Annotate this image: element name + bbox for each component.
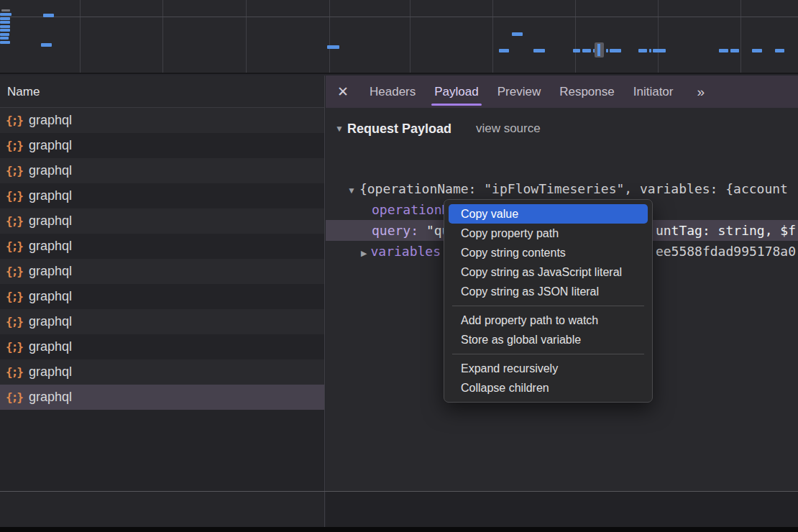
column-header-name[interactable]: Name [0,75,324,108]
request-bar [730,49,739,52]
request-label: graphql [29,188,72,203]
request-row[interactable]: {;}graphql [0,334,324,359]
request-row[interactable]: {;}graphql [0,385,324,410]
request-bar [0,41,10,44]
footer-left-area [0,492,325,527]
request-bar [573,49,580,52]
gridline [80,0,81,73]
request-label: graphql [29,239,72,254]
view-source-link[interactable]: view source [476,121,541,136]
request-bar [499,49,509,52]
gridline [575,0,576,73]
request-bar [0,37,9,40]
network-overview-timeline[interactable] [0,0,798,74]
menu-item-expand-recursively[interactable]: Expand recursively [449,359,648,378]
request-bar [775,49,784,52]
tab-initiator[interactable]: Initiator [624,75,683,108]
request-label: graphql [29,214,72,229]
request-label: graphql [29,138,72,153]
section-disclosure-caret[interactable]: ▼ [335,124,344,134]
request-payload-section: ▼ Request Payload view source [326,118,798,139]
close-icon[interactable]: ✕ [326,83,360,100]
property-key: variables [370,244,441,259]
property-value-right: untTag: string, $f [656,220,796,241]
braces-icon: {;} [6,114,22,127]
menu-separator [452,306,644,306]
request-row[interactable]: {;}graphql [0,133,324,158]
menu-item-copy-string-as-json-literal[interactable]: Copy string as JSON literal [449,282,648,301]
request-row[interactable]: {;}graphql [0,158,324,183]
request-bar [606,49,608,52]
request-bar [653,49,666,52]
request-bar [0,17,10,20]
marker-tick [597,44,600,56]
request-bar [533,49,545,52]
detail-tab-bar: ✕ HeadersPayloadPreviewResponseInitiator… [326,75,798,108]
gridline [740,0,741,73]
window-bottom-edge [0,527,798,532]
braces-icon: {;} [6,239,22,253]
menu-item-copy-value[interactable]: Copy value [449,204,648,224]
gridline [492,0,493,73]
request-bar [0,33,9,36]
tab-preview[interactable]: Preview [488,75,550,108]
request-bar [649,49,651,52]
variables-disclosure-caret[interactable]: ▶ [361,249,367,257]
overview-selection-marker [595,42,604,58]
menu-item-collapse-children[interactable]: Collapse children [449,378,648,398]
braces-icon: {;} [6,390,22,404]
request-row[interactable]: {;}graphql [0,309,324,334]
request-bar [582,49,591,52]
request-bar [719,49,728,52]
gridline [246,0,247,73]
request-bar [41,43,52,47]
summary-disclosure-caret[interactable]: ▼ [347,185,356,196]
property-key: query: [372,223,418,238]
request-bar [752,49,762,52]
request-bar [327,45,339,49]
menu-item-copy-property-path[interactable]: Copy property path [449,224,648,243]
request-row[interactable]: {;}graphql [0,183,324,208]
gridline [658,0,659,73]
request-bar [0,25,10,28]
gridline [410,0,411,73]
request-row[interactable]: {;}graphql [0,259,324,284]
request-row[interactable]: {;}graphql [0,234,324,259]
braces-icon: {;} [6,139,22,152]
request-bar [0,21,10,24]
tab-strip: HeadersPayloadPreviewResponseInitiator [360,75,682,108]
menu-item-add-property-path-to-watch[interactable]: Add property path to watch [449,311,648,330]
request-bar-gray [1,9,10,12]
menu-item-copy-string-contents[interactable]: Copy string contents [449,243,648,262]
request-list: {;}graphql{;}graphql{;}graphql{;}graphql… [0,108,324,410]
braces-icon: {;} [6,340,22,354]
footer-right-area [326,492,798,527]
request-row[interactable]: {;}graphql [0,284,324,309]
request-bar [0,13,12,16]
summary-text: {operationName: "ipFlowTimeseries", vari… [359,181,788,196]
request-label: graphql [29,390,72,405]
request-row[interactable]: {;}graphql [0,108,324,133]
property-value-right: ee5588fdad995178a0 [656,241,796,262]
menu-separator [452,354,644,354]
section-title: Request Payload [347,121,451,137]
context-menu: Copy valueCopy property pathCopy string … [444,199,653,403]
tab-response[interactable]: Response [550,75,624,108]
request-bar [512,32,523,36]
request-bar [43,14,54,17]
request-label: graphql [29,264,72,279]
request-label: graphql [29,113,72,128]
request-bar [610,49,621,52]
menu-item-store-as-global-variable[interactable]: Store as global variable [449,330,648,349]
requests-panel: Name {;}graphql{;}graphql{;}graphql{;}gr… [0,75,325,527]
more-tabs-icon[interactable]: » [689,84,711,100]
request-row[interactable]: {;}graphql [0,359,324,385]
request-label: graphql [29,339,72,354]
tab-payload[interactable]: Payload [425,75,487,108]
gridline [0,17,798,17]
request-row[interactable]: {;}graphql [0,208,324,234]
menu-item-copy-string-as-javascript-literal[interactable]: Copy string as JavaScript literal [449,262,648,282]
tab-headers[interactable]: Headers [360,75,425,108]
payload-summary-row[interactable]: ▼{operationName: "ipFlowTimeseries", var… [326,178,798,199]
gridline [162,0,163,73]
